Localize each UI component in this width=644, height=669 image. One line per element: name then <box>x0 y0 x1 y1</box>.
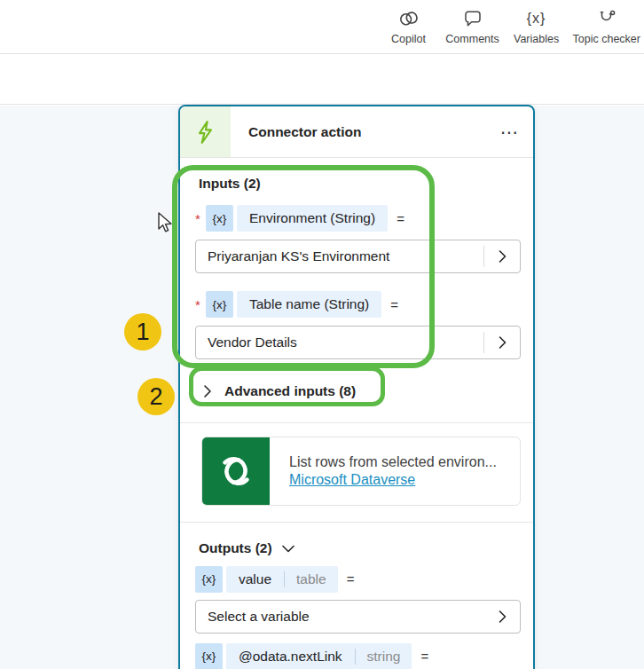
output-row-value: {x} value table = <box>195 565 518 593</box>
action-icon-box <box>180 106 231 157</box>
connector-info-card[interactable]: List rows from selected environ... Micro… <box>201 437 521 506</box>
input-row-environment: * {x} Environment (String) = <box>195 205 518 232</box>
required-asterisk: * <box>195 297 202 312</box>
equals-sign: = <box>347 571 355 586</box>
chevron-right-icon[interactable] <box>484 249 520 264</box>
select-variable-field[interactable]: Select a variable <box>195 600 521 634</box>
connector-link[interactable]: Microsoft Dataverse <box>289 472 415 488</box>
variable-badge-icon: {x} <box>206 205 233 232</box>
output-name-odata-nextlink: @odata.nextLink <box>226 649 355 665</box>
node-header: Connector action ⋯ <box>180 106 533 158</box>
advanced-inputs-toggle[interactable]: Advanced inputs (8) <box>202 376 518 406</box>
variable-badge-icon: {x} <box>206 291 233 318</box>
inputs-heading: Inputs (2) <box>199 176 518 192</box>
chevron-right-icon[interactable] <box>484 610 520 624</box>
environment-value-field[interactable]: Priyaranjan KS's Environment <box>195 240 521 273</box>
chevron-down-icon <box>281 544 295 554</box>
section-divider <box>180 522 533 523</box>
equals-sign: = <box>420 649 428 664</box>
output-type-string: string <box>356 649 412 665</box>
variables-icon: {x} <box>527 7 546 30</box>
node-title: Connector action <box>248 124 361 140</box>
variable-badge-icon: {x} <box>195 643 223 669</box>
input-label-environment: Environment (String) <box>237 210 388 226</box>
output-row-odata-nextlink: {x} @odata.nextLink string = <box>195 642 518 669</box>
annotation-step-2-badge: 2 <box>137 378 175 415</box>
topic-checker-label: Topic checker <box>573 33 640 45</box>
required-asterisk: * <box>195 211 202 226</box>
copilot-label: Copilot <box>391 33 426 45</box>
top-toolbar: Copilot Comments {x} Variables <box>0 0 644 54</box>
copilot-icon <box>397 7 420 30</box>
output-type-table: table <box>285 571 338 587</box>
dataverse-logo-icon <box>202 437 270 505</box>
environment-value: Priyaranjan KS's Environment <box>196 248 483 264</box>
table-name-value: Vendor Details <box>196 334 483 350</box>
copilot-button[interactable]: Copilot <box>381 7 436 45</box>
output-name-value: value <box>226 571 284 587</box>
chevron-right-icon[interactable] <box>484 335 520 350</box>
topic-checker-button[interactable]: Topic checker <box>573 7 640 45</box>
comments-button[interactable]: Comments <box>445 7 500 45</box>
equals-sign: = <box>397 211 404 226</box>
copilot-studio-canvas: Copilot Comments {x} Variables <box>0 0 644 669</box>
outputs-heading: Outputs (2) <box>199 540 272 556</box>
input-row-table-name: * {x} Table name (String) = <box>195 291 518 318</box>
outputs-toggle[interactable]: Outputs (2) <box>199 540 518 556</box>
lightning-bolt-icon <box>194 120 217 145</box>
secondary-toolbar-strip <box>0 55 644 105</box>
variables-button[interactable]: {x} Variables <box>509 7 564 45</box>
chevron-right-icon <box>202 384 213 398</box>
comments-label: Comments <box>445 33 499 45</box>
topic-checker-icon <box>596 7 617 30</box>
annotation-step-1-badge: 1 <box>124 313 161 350</box>
connector-action-title: List rows from selected environ... <box>289 454 497 470</box>
more-options-icon[interactable]: ⋯ <box>500 123 519 141</box>
variable-badge-icon: {x} <box>195 566 223 593</box>
section-divider <box>180 422 533 423</box>
connector-text: List rows from selected environ... Micro… <box>270 437 497 505</box>
input-label-table-name: Table name (String) <box>237 296 381 312</box>
node-body: Inputs (2) * {x} Environment (String) = … <box>180 176 533 669</box>
advanced-inputs-label: Advanced inputs (8) <box>224 383 356 399</box>
select-variable-placeholder: Select a variable <box>196 609 484 625</box>
comments-icon <box>462 7 483 30</box>
equals-sign: = <box>390 297 398 312</box>
table-name-value-field[interactable]: Vendor Details <box>195 326 521 359</box>
connector-action-node[interactable]: Connector action ⋯ Inputs (2) * {x} Envi… <box>178 105 535 669</box>
variables-label: Variables <box>514 33 559 45</box>
